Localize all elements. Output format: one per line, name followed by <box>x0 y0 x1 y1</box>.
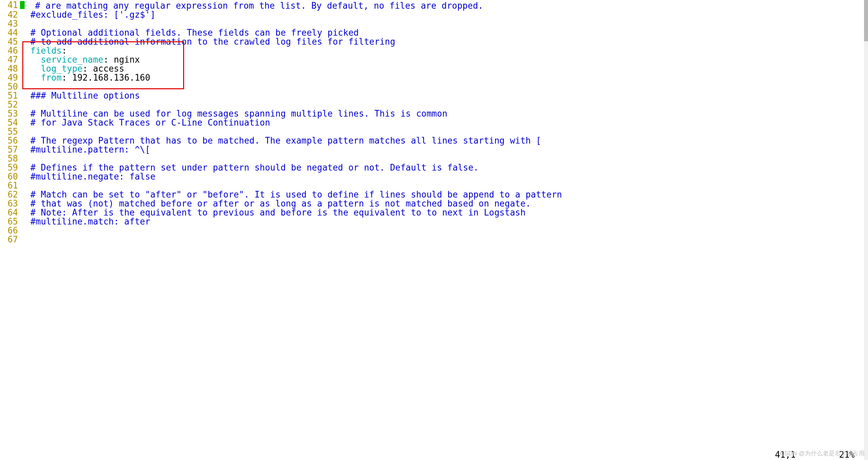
code-token: fields <box>30 45 62 56</box>
code-line[interactable]: 57 #multiline.pattern: ^\[ <box>0 145 868 154</box>
code-token: #multiline.negate: false <box>20 172 155 182</box>
code-line[interactable]: 66 <box>0 226 868 235</box>
line-number: 51 <box>0 91 20 100</box>
code-line[interactable]: 53 # Multiline can be used for log messa… <box>0 109 868 118</box>
code-token: #exclude_files: ['.gz$'] <box>20 10 155 20</box>
code-line[interactable]: 61 <box>0 181 868 190</box>
code-token: service_name <box>41 55 103 65</box>
code-line[interactable]: 41 # are matching any regular expression… <box>0 1 868 10</box>
code-line[interactable]: 46 fields: <box>0 46 868 55</box>
code-content[interactable]: # to add additional information to the c… <box>20 37 868 46</box>
code-content[interactable]: # Match can be set to "after" or "before… <box>20 190 868 199</box>
code-content[interactable]: # Note: After is the equivalent to previ… <box>20 208 868 217</box>
code-content[interactable]: #multiline.match: after <box>20 217 868 226</box>
code-content[interactable]: # are matching any regular expression fr… <box>20 1 868 10</box>
code-line[interactable]: 55 <box>0 127 868 136</box>
code-content[interactable]: fields: <box>20 46 868 55</box>
code-content[interactable]: # that was (not) matched before or after… <box>20 199 868 208</box>
code-line[interactable]: 49 from: 192.168.136.160 <box>0 73 868 82</box>
code-token <box>20 64 41 73</box>
code-token: # Note: After is the equivalent to previ… <box>20 208 525 217</box>
code-line[interactable]: 47 service_name: nginx <box>0 55 868 64</box>
code-editor[interactable]: 41 # are matching any regular expression… <box>0 0 868 244</box>
line-number: 55 <box>0 127 20 136</box>
code-content[interactable] <box>20 127 868 136</box>
code-line[interactable]: 43 <box>0 19 868 28</box>
code-token: from <box>41 72 62 83</box>
code-line[interactable]: 50 <box>0 82 868 91</box>
line-number: 45 <box>0 37 20 46</box>
line-number: 44 <box>0 28 20 37</box>
code-content[interactable]: from: 192.168.136.160 <box>20 73 868 82</box>
code-line[interactable]: 48 log_type: access <box>0 64 868 73</box>
line-number: 63 <box>0 199 20 208</box>
code-token: : <box>103 55 114 65</box>
code-line[interactable]: 58 <box>0 154 868 163</box>
code-token: # that was (not) matched before or after… <box>20 198 531 209</box>
code-line[interactable]: 45 # to add additional information to th… <box>0 37 868 46</box>
code-content[interactable]: service_name: nginx <box>20 55 868 64</box>
code-token: : <box>83 64 93 73</box>
code-content[interactable]: # Optional additional fields. These fiel… <box>20 28 868 37</box>
code-content[interactable] <box>20 154 868 163</box>
code-content[interactable] <box>20 100 868 109</box>
code-line[interactable]: 54 # for Java Stack Traces or C-Line Con… <box>0 118 868 127</box>
code-token: # Optional additional fields. These fiel… <box>20 28 359 38</box>
line-number: 49 <box>0 73 20 82</box>
line-number: 61 <box>0 181 20 190</box>
code-line[interactable]: 52 <box>0 100 868 109</box>
code-token: #multiline.match: after <box>20 216 150 226</box>
code-line[interactable]: 51 ### Multiline options <box>0 91 868 100</box>
code-token: : <box>62 72 72 83</box>
code-content[interactable] <box>20 181 868 190</box>
code-content[interactable] <box>20 235 868 244</box>
scrollbar-track[interactable] <box>864 0 868 244</box>
code-line[interactable]: 56 # The regexp Pattern that has to be m… <box>0 136 868 145</box>
code-line[interactable]: 42 #exclude_files: ['.gz$'] <box>0 10 868 19</box>
code-token: # The regexp Pattern that has to be matc… <box>20 135 541 146</box>
code-token <box>20 55 41 65</box>
code-line[interactable]: 60 #multiline.negate: false <box>0 172 868 181</box>
line-number: 57 <box>0 145 20 154</box>
code-line[interactable]: 65 #multiline.match: after <box>0 217 868 226</box>
scrollbar-thumb[interactable] <box>864 0 868 41</box>
code-content[interactable]: # Defines if the pattern set under patte… <box>20 163 868 172</box>
code-line[interactable]: 64 # Note: After is the equivalent to pr… <box>0 208 868 217</box>
code-content[interactable] <box>20 226 868 235</box>
line-number: 47 <box>0 55 20 64</box>
code-line[interactable]: 63 # that was (not) matched before or af… <box>0 199 868 208</box>
line-number: 65 <box>0 217 20 226</box>
code-content[interactable]: ### Multiline options <box>20 91 868 100</box>
code-token: ### Multiline options <box>20 91 140 101</box>
code-token: 192.168.136.160 <box>72 72 151 83</box>
code-line[interactable]: 67 <box>0 235 868 244</box>
code-content[interactable]: # The regexp Pattern that has to be matc… <box>20 136 868 145</box>
code-content[interactable]: # for Java Stack Traces or C-Line Contin… <box>20 118 868 127</box>
code-token <box>20 72 41 83</box>
code-line[interactable]: 62 # Match can be set to "after" or "bef… <box>0 190 868 199</box>
code-content[interactable]: #exclude_files: ['.gz$'] <box>20 10 868 19</box>
line-number: 43 <box>0 19 20 28</box>
code-line[interactable]: 59 # Defines if the pattern set under pa… <box>0 163 868 172</box>
line-number: 54 <box>0 118 20 127</box>
line-number: 53 <box>0 109 20 118</box>
code-token: # Match can be set to "after" or "before… <box>20 189 562 200</box>
code-content[interactable]: #multiline.negate: false <box>20 172 868 181</box>
code-token: # for Java Stack Traces or C-Line Contin… <box>20 118 270 128</box>
line-number: 56 <box>0 136 20 145</box>
code-token: #multiline.pattern: ^\[ <box>20 145 150 155</box>
code-line[interactable]: 44 # Optional additional fields. These f… <box>0 28 868 37</box>
line-number: 66 <box>0 226 20 235</box>
line-number: 64 <box>0 208 20 217</box>
code-content[interactable]: #multiline.pattern: ^\[ <box>20 145 868 154</box>
code-token: : <box>62 45 67 56</box>
line-number: 62 <box>0 190 20 199</box>
code-content[interactable]: # Multiline can be used for log messages… <box>20 109 868 118</box>
code-content[interactable] <box>20 19 868 28</box>
code-token: # Defines if the pattern set under patte… <box>20 162 479 173</box>
code-content[interactable] <box>20 82 868 91</box>
code-token: log_type <box>41 64 83 73</box>
line-number: 59 <box>0 163 20 172</box>
code-content[interactable]: log_type: access <box>20 64 868 73</box>
code-token: # to add additional information to the c… <box>20 37 395 47</box>
